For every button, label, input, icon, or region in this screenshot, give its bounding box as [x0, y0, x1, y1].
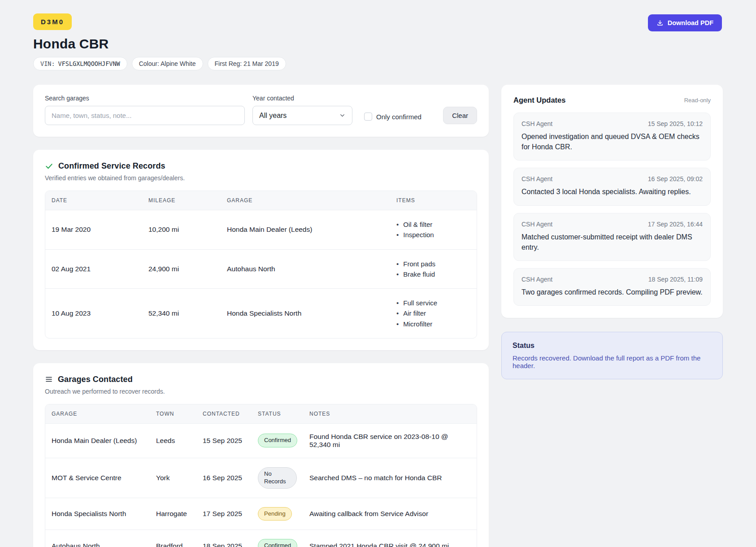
main-column: Search garages Year contacted All years: [33, 85, 489, 547]
garage-town: Leeds: [150, 423, 196, 458]
search-label: Search garages: [45, 95, 245, 102]
download-icon: [656, 19, 664, 26]
confirmed-records-table: Date Mileage Garage Items 19 Mar 2020 10…: [45, 191, 477, 338]
table-row: Honda Main Dealer (Leeds) Leeds 15 Sep 2…: [45, 423, 477, 458]
update-author: CSH Agent: [521, 276, 552, 283]
record-items: Full service Air filter Microfilter: [396, 298, 470, 329]
confirmed-records-subtitle: Verified entries we obtained from garage…: [45, 174, 477, 182]
record-item: Oil & filter: [396, 219, 470, 230]
record-items: Front pads Brake fluid: [396, 259, 470, 280]
record-garage: Autohaus North: [221, 249, 390, 289]
clear-button[interactable]: Clear: [443, 107, 477, 124]
garage-contacted: 15 Sep 2025: [196, 423, 252, 458]
record-mileage: 52,340 mi: [142, 289, 221, 338]
search-field-group: Search garages: [45, 95, 245, 125]
status-badge: Confirmed: [258, 434, 297, 447]
col-notes: Notes: [303, 404, 477, 424]
table-header-row: Date Mileage Garage Items: [45, 191, 477, 210]
menu-lines-icon: [45, 375, 53, 383]
page-header: D3M0 Honda CBR VIN: VFSLGXLMQOOHJFVNW Co…: [33, 13, 722, 70]
table-row: Autohaus North Bradford 18 Sep 2025 Conf…: [45, 530, 477, 547]
sidebar: Agent Updates Read-only CSH Agent 15 Sep…: [501, 85, 723, 379]
table-row: Honda Specialists North Harrogate 17 Sep…: [45, 498, 477, 530]
garage-name: Honda Specialists North: [45, 498, 150, 530]
garage-name: Honda Main Dealer (Leeds): [45, 423, 150, 458]
update-author: CSH Agent: [521, 175, 552, 182]
filter-card: Search garages Year contacted All years: [33, 85, 489, 137]
col-contacted: Contacted: [196, 404, 252, 424]
demo-badge: D3M0: [33, 13, 72, 30]
year-label: Year contacted: [252, 95, 352, 102]
table-row: MOT & Service Centre York 16 Sep 2025 No…: [45, 458, 477, 498]
record-garage: Honda Specialists North: [221, 289, 390, 338]
update-text: Matched customer-submitted receipt with …: [521, 232, 703, 252]
vin-value: VFSLGXLMQOOHJFVNW: [58, 60, 120, 67]
agent-update: CSH Agent 16 Sep 2025, 09:02 Contacted 3…: [513, 168, 711, 205]
record-item: Brake fluid: [396, 269, 470, 279]
vehicle-chips: VIN: VFSLGXLMQOOHJFVNW Colour: Alpine Wh…: [33, 57, 286, 70]
header-left: D3M0 Honda CBR VIN: VFSLGXLMQOOHJFVNW Co…: [33, 13, 286, 70]
garages-contacted-title: Garages Contacted: [58, 375, 133, 384]
only-confirmed-checkbox[interactable]: [364, 113, 372, 121]
table-row: 10 Aug 2023 52,340 mi Honda Specialists …: [45, 289, 477, 338]
update-time: 15 Sep 2025, 10:12: [648, 120, 703, 127]
page-title: Honda CBR: [33, 36, 286, 52]
agent-updates-title: Agent Updates: [513, 96, 565, 104]
garage-notes: Searched DMS – no match for Honda CBR: [303, 458, 477, 498]
record-item: Inspection: [396, 230, 470, 240]
agent-update: CSH Agent 18 Sep 2025, 11:09 Two garages…: [513, 268, 711, 306]
confirmed-records-card: Confirmed Service Records Verified entri…: [33, 150, 489, 350]
search-input[interactable]: [45, 106, 245, 125]
garage-notes: Awaiting callback from Service Advisor: [303, 498, 477, 530]
table-row: 02 Aug 2021 24,900 mi Autohaus North Fro…: [45, 249, 477, 289]
garages-contacted-subtitle: Outreach we performed to recover records…: [45, 388, 477, 395]
confirmed-records-title: Confirmed Service Records: [58, 161, 165, 171]
check-icon: [45, 162, 53, 170]
col-status: Status: [252, 404, 303, 424]
year-field-group: Year contacted All years: [252, 95, 352, 125]
record-item: Front pads: [396, 259, 470, 269]
agent-update: CSH Agent 15 Sep 2025, 10:12 Opened inve…: [513, 113, 711, 161]
vin-label: VIN:: [40, 60, 55, 67]
only-confirmed-label: Only confirmed: [376, 113, 421, 121]
chevron-down-icon: [339, 112, 346, 119]
garage-town: Harrogate: [150, 498, 196, 530]
only-confirmed-group: Only confirmed: [364, 113, 421, 121]
record-date: 19 Mar 2020: [45, 210, 142, 250]
garage-name: MOT & Service Centre: [45, 458, 150, 498]
agent-updates-list: CSH Agent 15 Sep 2025, 10:12 Opened inve…: [513, 113, 711, 306]
first-reg-chip: First Reg: 21 Mar 2019: [208, 57, 286, 70]
record-mileage: 24,900 mi: [142, 249, 221, 289]
col-garage: Garage: [221, 191, 390, 210]
status-panel: Status Records recovered. Download the f…: [501, 332, 723, 379]
update-author: CSH Agent: [521, 221, 552, 228]
status-title: Status: [513, 342, 712, 350]
garage-name: Autohaus North: [45, 530, 150, 547]
status-badge: Confirmed: [258, 539, 297, 547]
readonly-label: Read-only: [684, 97, 711, 104]
record-date: 02 Aug 2021: [45, 249, 142, 289]
year-select[interactable]: All years: [252, 106, 352, 125]
record-mileage: 10,200 mi: [142, 210, 221, 250]
garage-notes: Found Honda CBR service on 2023-08-10 @ …: [303, 423, 477, 458]
record-date: 10 Aug 2023: [45, 289, 142, 338]
year-select-value: All years: [259, 112, 287, 120]
agent-update: CSH Agent 17 Sep 2025, 16:44 Matched cus…: [513, 213, 711, 261]
download-pdf-button[interactable]: Download PDF: [648, 14, 722, 31]
garage-contacted: 18 Sep 2025: [196, 530, 252, 547]
garages-contacted-card: Garages Contacted Outreach we performed …: [33, 363, 489, 547]
status-text: Records recovered. Download the full rep…: [513, 354, 712, 369]
record-item: Air filter: [396, 308, 470, 318]
agent-updates-card: Agent Updates Read-only CSH Agent 15 Sep…: [501, 85, 723, 318]
col-items: Items: [390, 191, 477, 210]
update-text: Contacted 3 local Honda specialists. Awa…: [521, 187, 703, 197]
update-time: 16 Sep 2025, 09:02: [648, 175, 703, 182]
garage-notes: Stamped 2021 Honda CBR visit @ 24,900 mi: [303, 530, 477, 547]
garage-contacted: 17 Sep 2025: [196, 498, 252, 530]
update-time: 17 Sep 2025, 16:44: [648, 221, 703, 228]
colour-chip: Colour: Alpine White: [132, 57, 203, 70]
page: D3M0 Honda CBR VIN: VFSLGXLMQOOHJFVNW Co…: [0, 0, 756, 547]
garages-contacted-table: Garage Town Contacted Status Notes Honda…: [45, 404, 477, 547]
vin-chip: VIN: VFSLGXLMQOOHJFVNW: [33, 57, 127, 70]
col-garage: Garage: [45, 404, 150, 424]
